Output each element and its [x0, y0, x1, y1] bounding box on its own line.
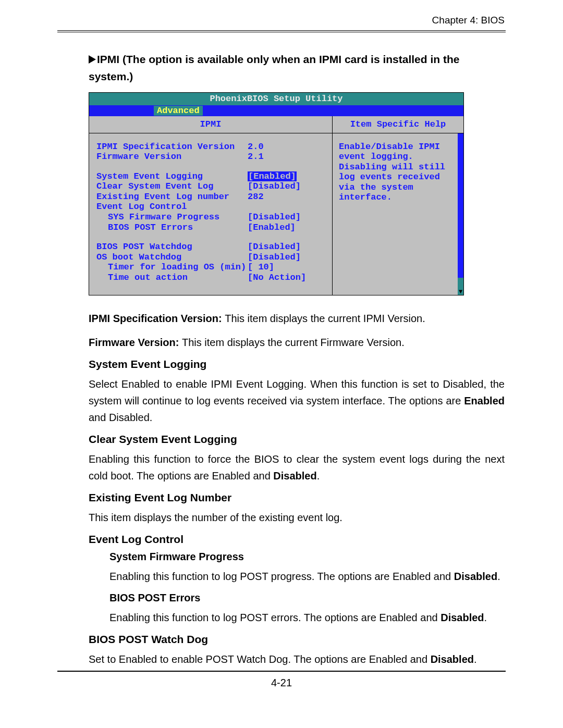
field-value-selected[interactable]: [Enabled]: [248, 171, 297, 182]
field-label: Firmware Version: [96, 152, 248, 162]
run-bold: Disabled: [454, 571, 497, 582]
section-heading: IPMI (The option is available only when …: [89, 51, 505, 85]
run-bold: Disabled: [273, 470, 316, 482]
run-bold: Disabled: [440, 612, 484, 623]
field-value[interactable]: [Disabled]: [248, 181, 301, 192]
scrollbar[interactable]: ▼: [458, 133, 463, 295]
field-label: OS boot Watchdog: [96, 252, 248, 263]
run: .: [484, 612, 487, 623]
page-number: 4-21: [57, 672, 506, 701]
run: This item displays the current IPMI Vers…: [225, 313, 425, 324]
field-label: Event Log Control: [96, 202, 248, 212]
bios-settings-list: IPMI Specification Version2.0 Firmware V…: [89, 133, 332, 295]
run: and Disabled.: [89, 412, 152, 423]
scrollbar-thumb[interactable]: [458, 278, 463, 289]
help-text: Enable/Disable IPMI event logging. Disab…: [339, 142, 445, 203]
paragraph: IPMI Specification Version: This item di…: [89, 310, 505, 327]
field-value[interactable]: [Disabled]: [248, 242, 301, 252]
field-value[interactable]: [Disabled]: [248, 252, 301, 263]
heading: BIOS POST Watch Dog: [89, 633, 505, 646]
run-bold: IPMI Specification Version:: [89, 313, 225, 324]
run-bold: Firmware Version:: [89, 337, 182, 348]
field-label: System Event Logging: [96, 171, 248, 182]
run: This item displays the current Firmware …: [182, 337, 405, 348]
field-label: BIOS POST Watchdog: [96, 242, 248, 252]
paragraph: Enabling this function to force the BIOS…: [89, 451, 505, 484]
run: Select Enabled to enable IPMI Event Logg…: [89, 378, 505, 406]
header-rule: [57, 30, 506, 32]
paragraph: This item displays the number of the exi…: [89, 509, 505, 526]
bios-panel-title: IPMI: [89, 116, 332, 133]
run-bold: Disabled: [431, 653, 474, 665]
chapter-header: Chapter 4: BIOS: [57, 15, 506, 30]
triangle-icon: [89, 55, 96, 64]
run: .: [497, 571, 500, 582]
bios-tab-advanced[interactable]: Advanced: [154, 106, 203, 116]
paragraph: Enabling this function to log POST error…: [109, 609, 505, 626]
chevron-down-icon[interactable]: ▼: [458, 289, 463, 295]
subheading: System Firmware Progress: [109, 551, 505, 563]
field-value[interactable]: [Disabled]: [248, 212, 301, 223]
field-value[interactable]: [ 10]: [248, 262, 274, 273]
paragraph: Enabling this function to log POST progr…: [109, 568, 505, 585]
field-label: Timer for loading OS (min): [96, 262, 248, 273]
heading: System Event Logging: [89, 358, 505, 371]
field-label: Existing Event Log number: [96, 192, 248, 202]
paragraph: Select Enabled to enable IPMI Event Logg…: [89, 376, 505, 426]
run: .: [474, 653, 477, 665]
bios-tab-bar: Advanced: [89, 105, 463, 117]
field-label: Time out action: [96, 273, 248, 283]
run-bold: Enabled: [464, 395, 505, 406]
field-label: BIOS POST Errors: [96, 223, 248, 233]
heading: Clear System Event Logging: [89, 433, 505, 446]
field-label: SYS Firmware Progress: [96, 212, 248, 223]
paragraph: Firmware Version: This item displays the…: [89, 334, 505, 351]
run: .: [317, 470, 320, 482]
heading: Existing Event Log Number: [89, 491, 505, 504]
bios-screenshot: PhoenixBIOS Setup Utility Advanced IPMI …: [89, 92, 464, 295]
run: Set to Enabled to enable POST Watch Dog.…: [89, 653, 431, 665]
paragraph: Set to Enabled to enable POST Watch Dog.…: [89, 651, 505, 668]
field-label: Clear System Event Log: [96, 181, 248, 192]
help-panel-title: Item Specific Help: [333, 116, 463, 133]
field-value[interactable]: [Enabled]: [248, 223, 296, 233]
subheading: BIOS POST Errors: [109, 592, 505, 604]
bios-title-bar: PhoenixBIOS Setup Utility: [89, 93, 463, 105]
run: Enabling this function to log POST progr…: [109, 571, 454, 582]
field-label: IPMI Specification Version: [96, 142, 248, 152]
field-value: 2.1: [248, 152, 264, 162]
run: Enabling this function to log POST error…: [109, 612, 440, 623]
heading: Event Log Control: [89, 533, 505, 546]
field-value[interactable]: [No Action]: [248, 273, 306, 283]
section-heading-text: IPMI (The option is available only when …: [89, 53, 459, 82]
help-panel-body: Enable/Disable IPMI event logging. Disab…: [333, 133, 463, 295]
field-value: 2.0: [248, 142, 264, 152]
field-value: 282: [248, 192, 264, 202]
